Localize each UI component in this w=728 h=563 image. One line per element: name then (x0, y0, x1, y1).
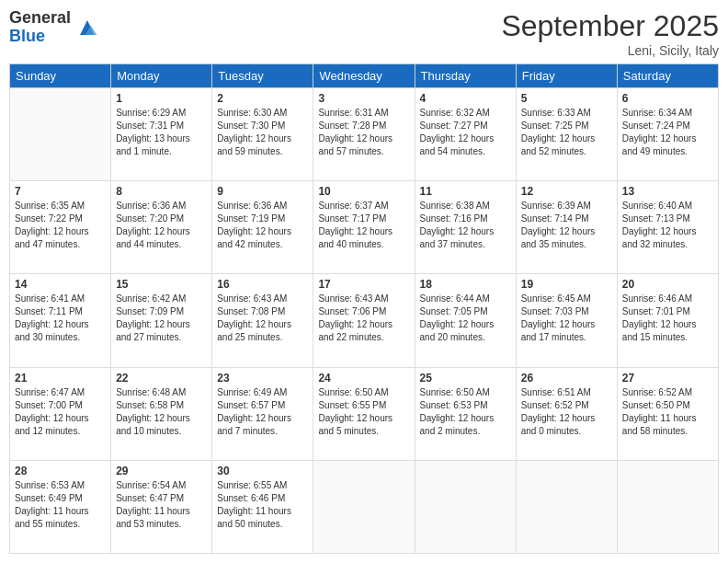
day-info: Sunrise: 6:49 AM Sunset: 6:57 PM Dayligh… (217, 386, 308, 438)
day-info: Sunrise: 6:50 AM Sunset: 6:53 PM Dayligh… (420, 386, 511, 438)
day-number: 9 (217, 185, 308, 198)
day-number: 28 (15, 465, 106, 477)
day-number: 14 (15, 278, 106, 291)
day-number: 12 (521, 185, 612, 198)
day-number: 25 (420, 372, 511, 385)
table-row: 26Sunrise: 6:51 AM Sunset: 6:52 PM Dayli… (516, 367, 617, 460)
table-row: 7Sunrise: 6:35 AM Sunset: 7:22 PM Daylig… (10, 181, 111, 274)
table-row: 1Sunrise: 6:29 AM Sunset: 7:31 PM Daylig… (111, 88, 212, 181)
day-number: 2 (217, 92, 308, 105)
day-info: Sunrise: 6:46 AM Sunset: 7:01 PM Dayligh… (622, 293, 713, 344)
day-info: Sunrise: 6:43 AM Sunset: 7:08 PM Dayligh… (217, 293, 308, 344)
day-info: Sunrise: 6:52 AM Sunset: 6:50 PM Dayligh… (622, 386, 713, 438)
calendar-week-row: 21Sunrise: 6:47 AM Sunset: 7:00 PM Dayli… (10, 367, 719, 460)
day-info: Sunrise: 6:39 AM Sunset: 7:14 PM Dayligh… (521, 200, 612, 251)
table-row: 14Sunrise: 6:41 AM Sunset: 7:11 PM Dayli… (10, 274, 111, 367)
day-info: Sunrise: 6:41 AM Sunset: 7:11 PM Dayligh… (15, 293, 106, 344)
col-monday: Monday (111, 64, 212, 88)
day-number: 3 (318, 92, 409, 105)
table-row (617, 460, 718, 553)
day-info: Sunrise: 6:29 AM Sunset: 7:31 PM Dayligh… (116, 107, 207, 158)
table-row: 9Sunrise: 6:36 AM Sunset: 7:19 PM Daylig… (212, 181, 313, 274)
table-row: 3Sunrise: 6:31 AM Sunset: 7:28 PM Daylig… (313, 88, 415, 181)
day-info: Sunrise: 6:47 AM Sunset: 7:00 PM Dayligh… (15, 386, 106, 438)
calendar-table: Sunday Monday Tuesday Wednesday Thursday… (9, 63, 719, 554)
calendar-week-row: 7Sunrise: 6:35 AM Sunset: 7:22 PM Daylig… (10, 181, 719, 274)
table-row: 11Sunrise: 6:38 AM Sunset: 7:16 PM Dayli… (415, 181, 516, 274)
day-info: Sunrise: 6:30 AM Sunset: 7:30 PM Dayligh… (217, 107, 308, 158)
table-row: 24Sunrise: 6:50 AM Sunset: 6:55 PM Dayli… (313, 367, 415, 460)
table-row: 30Sunrise: 6:55 AM Sunset: 6:46 PM Dayli… (212, 460, 313, 553)
day-info: Sunrise: 6:31 AM Sunset: 7:28 PM Dayligh… (318, 107, 409, 158)
table-row: 20Sunrise: 6:46 AM Sunset: 7:01 PM Dayli… (617, 274, 718, 367)
page: General Blue September 2025 Leni, Sicily… (0, 0, 728, 563)
day-number: 29 (116, 465, 207, 477)
day-info: Sunrise: 6:54 AM Sunset: 6:47 PM Dayligh… (116, 479, 207, 531)
day-number: 21 (15, 372, 106, 385)
table-row (313, 460, 415, 553)
col-thursday: Thursday (415, 64, 516, 88)
day-info: Sunrise: 6:38 AM Sunset: 7:16 PM Dayligh… (420, 200, 511, 251)
logo: General Blue (9, 9, 98, 46)
col-sunday: Sunday (10, 64, 111, 88)
day-number: 13 (622, 185, 713, 198)
day-number: 30 (217, 465, 308, 477)
month-title: September 2025 (501, 9, 719, 43)
calendar-week-row: 14Sunrise: 6:41 AM Sunset: 7:11 PM Dayli… (10, 274, 719, 367)
table-row: 10Sunrise: 6:37 AM Sunset: 7:17 PM Dayli… (313, 181, 415, 274)
table-row: 6Sunrise: 6:34 AM Sunset: 7:24 PM Daylig… (617, 88, 718, 181)
day-number: 10 (318, 185, 409, 198)
day-info: Sunrise: 6:42 AM Sunset: 7:09 PM Dayligh… (116, 293, 207, 344)
table-row: 15Sunrise: 6:42 AM Sunset: 7:09 PM Dayli… (111, 274, 212, 367)
day-info: Sunrise: 6:48 AM Sunset: 6:58 PM Dayligh… (116, 386, 207, 438)
day-info: Sunrise: 6:36 AM Sunset: 7:20 PM Dayligh… (116, 200, 207, 251)
col-friday: Friday (516, 64, 617, 88)
day-number: 24 (318, 372, 409, 385)
day-info: Sunrise: 6:51 AM Sunset: 6:52 PM Dayligh… (521, 386, 612, 438)
day-number: 23 (217, 372, 308, 385)
day-info: Sunrise: 6:32 AM Sunset: 7:27 PM Dayligh… (420, 107, 511, 158)
logo-text: General Blue (9, 9, 71, 46)
day-number: 5 (521, 92, 612, 105)
day-info: Sunrise: 6:55 AM Sunset: 6:46 PM Dayligh… (217, 479, 308, 531)
day-number: 4 (420, 92, 511, 105)
day-number: 16 (217, 278, 308, 291)
day-number: 20 (622, 278, 713, 291)
logo-icon (76, 17, 98, 39)
table-row (10, 88, 111, 181)
day-number: 19 (521, 278, 612, 291)
table-row: 5Sunrise: 6:33 AM Sunset: 7:25 PM Daylig… (516, 88, 617, 181)
day-info: Sunrise: 6:34 AM Sunset: 7:24 PM Dayligh… (622, 107, 713, 158)
day-number: 15 (116, 278, 207, 291)
table-row: 16Sunrise: 6:43 AM Sunset: 7:08 PM Dayli… (212, 274, 313, 367)
table-row: 25Sunrise: 6:50 AM Sunset: 6:53 PM Dayli… (415, 367, 516, 460)
location: Leni, Sicily, Italy (501, 43, 719, 58)
day-number: 7 (15, 185, 106, 198)
table-row: 17Sunrise: 6:43 AM Sunset: 7:06 PM Dayli… (313, 274, 415, 367)
logo-blue: Blue (9, 28, 71, 46)
table-row: 21Sunrise: 6:47 AM Sunset: 7:00 PM Dayli… (10, 367, 111, 460)
day-number: 8 (116, 185, 207, 198)
table-row: 13Sunrise: 6:40 AM Sunset: 7:13 PM Dayli… (617, 181, 718, 274)
day-number: 1 (116, 92, 207, 105)
day-info: Sunrise: 6:53 AM Sunset: 6:49 PM Dayligh… (15, 479, 106, 531)
day-number: 6 (622, 92, 713, 105)
table-row (516, 460, 617, 553)
day-info: Sunrise: 6:50 AM Sunset: 6:55 PM Dayligh… (318, 386, 409, 438)
header: General Blue September 2025 Leni, Sicily… (9, 9, 719, 58)
day-info: Sunrise: 6:36 AM Sunset: 7:19 PM Dayligh… (217, 200, 308, 251)
day-info: Sunrise: 6:40 AM Sunset: 7:13 PM Dayligh… (622, 200, 713, 251)
day-number: 26 (521, 372, 612, 385)
day-number: 11 (420, 185, 511, 198)
title-block: September 2025 Leni, Sicily, Italy (501, 9, 719, 58)
day-info: Sunrise: 6:37 AM Sunset: 7:17 PM Dayligh… (318, 200, 409, 251)
table-row: 4Sunrise: 6:32 AM Sunset: 7:27 PM Daylig… (415, 88, 516, 181)
day-info: Sunrise: 6:33 AM Sunset: 7:25 PM Dayligh… (521, 107, 612, 158)
calendar-week-row: 28Sunrise: 6:53 AM Sunset: 6:49 PM Dayli… (10, 460, 719, 553)
day-number: 22 (116, 372, 207, 385)
col-saturday: Saturday (617, 64, 718, 88)
col-tuesday: Tuesday (212, 64, 313, 88)
table-row: 2Sunrise: 6:30 AM Sunset: 7:30 PM Daylig… (212, 88, 313, 181)
day-info: Sunrise: 6:45 AM Sunset: 7:03 PM Dayligh… (521, 293, 612, 344)
table-row (415, 460, 516, 553)
